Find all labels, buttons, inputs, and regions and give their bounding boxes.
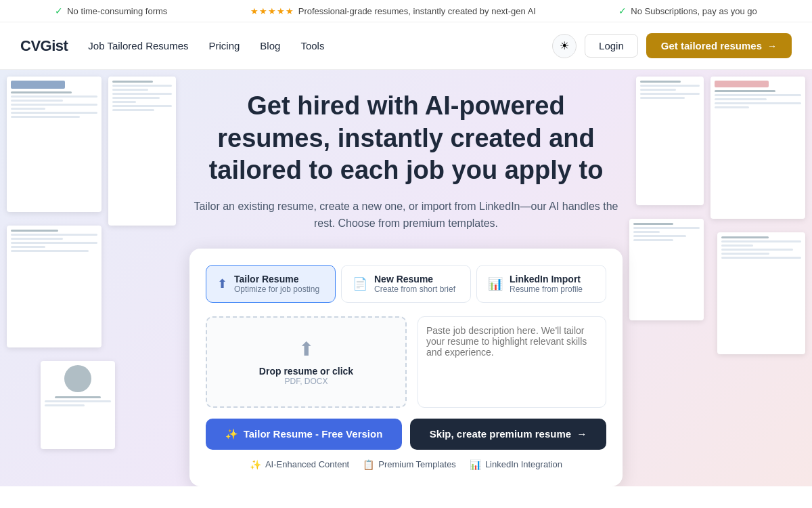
tab-linkedin[interactable]: 📊 LinkedIn Import Resume from profile [476,265,606,303]
hero-subtitle: Tailor an existing resume, create a new … [189,198,623,232]
input-row: ⬆ Drop resume or click PDF, DOCX [206,316,606,408]
topbar-text-1: No time-consuming forms [67,6,167,16]
nav-right: ☀ Login Get tailored resumes → [552,33,792,58]
nav-blog[interactable]: Blog [260,40,280,51]
topbar-item-1: ✓ No time-consuming forms [55,5,167,16]
get-tailored-resumes-button[interactable]: Get tailored resumes → [646,33,792,58]
tailor-resume-free-button[interactable]: ✨ Tailor Resume - Free Version [206,419,402,450]
tab-linkedin-sub: Resume from profile [510,284,583,294]
thumb-2 [7,226,102,347]
tailor-label: Tailor Resume - Free Version [244,428,383,440]
nav-tools[interactable]: Tools [300,40,324,51]
check-icon-3: ✓ [618,5,627,16]
pill-linkedin-label: LinkedIn Integration [485,459,562,469]
tab-tailor-text: Tailor Resume Optimize for job posting [234,274,319,294]
tab-linkedin-title: LinkedIn Import [510,274,583,284]
check-icon-1: ✓ [55,5,63,16]
thumb-8 [629,219,704,320]
pill-ai: ✨ AI-Enhanced Content [250,459,349,470]
tab-new-text: New Resume Create from short brief [374,274,455,294]
topbar-text-2: Professional-grade resumes, instantly cr… [298,6,536,16]
linkedin-pill-icon: 📊 [470,459,481,470]
upload-title: Drop resume or click [221,366,392,377]
thumb-6 [636,77,704,205]
cta-arrow-icon: → [767,41,777,51]
nav-links: Job Tailored Resumes Pricing Blog Tools [88,40,552,51]
tab-linkedin-text: LinkedIn Import Resume from profile [510,274,583,294]
pill-ai-label: AI-Enhanced Content [265,459,349,469]
tab-tailor-resume[interactable]: ⬆ Tailor Resume Optimize for job posting [206,265,336,303]
feature-pills: ✨ AI-Enhanced Content 📋 Premium Template… [206,459,606,470]
hero-section: Get hired with AI-powered resumes, insta… [0,70,812,486]
ai-icon: ✨ [250,459,261,470]
upload-icon-large: ⬆ [221,338,392,360]
upload-icon: ⬆ [217,276,227,291]
navbar: CVGist Job Tailored Resumes Pricing Blog… [0,22,812,70]
thumb-1 [7,77,102,212]
tab-group: ⬆ Tailor Resume Optimize for job posting… [206,265,606,303]
theme-toggle[interactable]: ☀ [552,34,577,58]
login-button[interactable]: Login [585,34,638,58]
cta-label: Get tailored resumes [661,40,762,51]
document-icon: 📄 [353,276,367,291]
steps-section: 🖊 Step 1 Write a brief gist ↪ 🐙 Step 2 A… [0,486,812,508]
logo: CVGist [20,37,68,55]
job-description-input[interactable] [418,316,606,408]
pill-templates: 📋 Premium Templates [363,459,456,470]
hero-content: Get hired with AI-powered resumes, insta… [176,90,636,486]
thumb-3 [108,77,176,226]
tab-new-sub: Create from short brief [374,284,455,294]
main-card: ⬆ Tailor Resume Optimize for job posting… [189,249,623,486]
topbar-item-3: ✓ No Subscriptions, pay as you go [618,5,757,16]
thumb-7 [717,232,805,354]
topbar-text-3: No Subscriptions, pay as you go [631,6,757,16]
thumb-5 [710,77,805,219]
pill-linkedin: 📊 LinkedIn Integration [470,459,562,470]
stars: ★★★★★ [250,6,294,16]
hero-title: Get hired with AI-powered resumes, insta… [189,90,623,187]
topbar-item-2: ★★★★★ Professional-grade resumes, instan… [250,6,536,16]
tab-tailor-title: Tailor Resume [234,274,319,284]
tab-new-resume[interactable]: 📄 New Resume Create from short brief [341,265,471,303]
action-buttons: ✨ Tailor Resume - Free Version Skip, cre… [206,419,606,450]
tab-new-title: New Resume [374,274,455,284]
tab-tailor-sub: Optimize for job posting [234,284,319,294]
thumb-4 [41,361,115,449]
top-bar: ✓ No time-consuming forms ★★★★★ Professi… [0,0,812,22]
upload-area[interactable]: ⬆ Drop resume or click PDF, DOCX [206,316,407,408]
skip-arrow-icon: → [577,428,587,440]
upload-subtitle: PDF, DOCX [221,377,392,386]
skip-create-premium-button[interactable]: Skip, create premium resume → [410,419,606,450]
nav-pricing[interactable]: Pricing [209,40,240,51]
nav-job-tailored[interactable]: Job Tailored Resumes [88,40,188,51]
skip-label: Skip, create premium resume [430,428,571,440]
pill-templates-label: Premium Templates [378,459,456,469]
tailor-icon: ✨ [225,428,238,440]
linkedin-icon: 📊 [488,276,503,291]
templates-icon: 📋 [363,459,374,470]
